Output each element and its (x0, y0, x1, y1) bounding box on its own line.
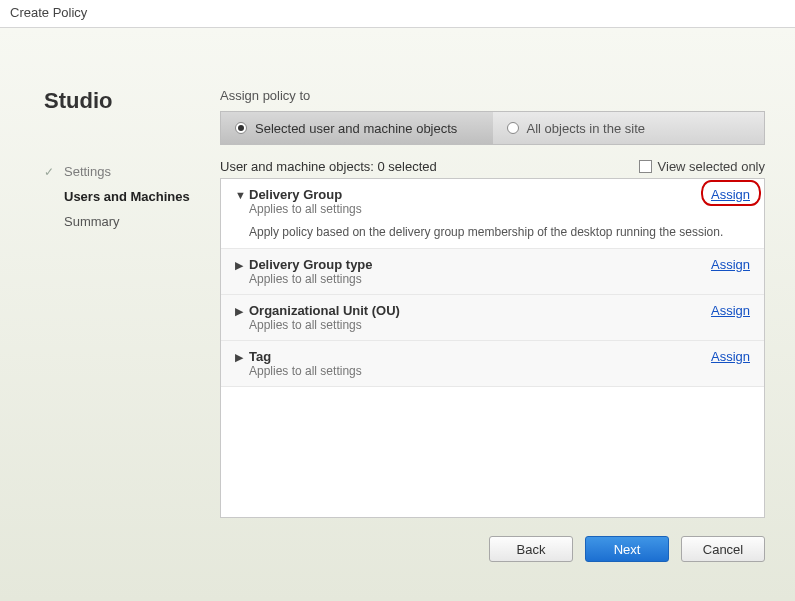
object-delivery-group-type: ▶ Delivery Group type Applies to all set… (221, 249, 764, 295)
list-header-row: User and machine objects: 0 selected Vie… (220, 159, 765, 174)
chevron-right-icon[interactable]: ▶ (235, 305, 249, 318)
object-list: ▼ Delivery Group Applies to all settings… (220, 178, 765, 518)
chevron-right-icon[interactable]: ▶ (235, 259, 249, 272)
step-label: Users and Machines (64, 189, 190, 204)
object-title: Tag (249, 349, 711, 364)
object-title: Delivery Group (249, 187, 711, 202)
brand-title: Studio (44, 88, 210, 114)
step-label: Settings (64, 164, 111, 179)
checkbox-icon (639, 160, 652, 173)
object-subtitle: Applies to all settings (249, 272, 711, 286)
scope-label: All objects in the site (527, 121, 646, 136)
assign-link[interactable]: Assign (711, 349, 750, 364)
wizard-content: Assign policy to Selected user and machi… (210, 58, 765, 581)
view-selected-only[interactable]: View selected only (639, 159, 765, 174)
check-icon: ✓ (44, 165, 58, 179)
object-organizational-unit: ▶ Organizational Unit (OU) Applies to al… (221, 295, 764, 341)
chevron-down-icon[interactable]: ▼ (235, 189, 249, 201)
object-subtitle: Applies to all settings (249, 202, 711, 216)
step-summary[interactable]: Summary (44, 214, 210, 229)
scope-selector: Selected user and machine objects All ob… (220, 111, 765, 145)
cancel-button[interactable]: Cancel (681, 536, 765, 562)
wizard-body: Studio ✓ Settings Users and Machines Sum… (0, 28, 795, 601)
view-selected-only-label: View selected only (658, 159, 765, 174)
object-delivery-group: ▼ Delivery Group Applies to all settings… (221, 179, 764, 249)
step-label: Summary (64, 214, 120, 229)
step-users-machines[interactable]: Users and Machines (44, 189, 210, 204)
assign-link[interactable]: Assign (711, 303, 750, 318)
wizard-sidebar: Studio ✓ Settings Users and Machines Sum… (30, 58, 210, 581)
assign-link[interactable]: Assign (711, 187, 750, 202)
wizard-buttons: Back Next Cancel (220, 536, 765, 562)
step-settings[interactable]: ✓ Settings (44, 164, 210, 179)
object-description: Apply policy based on the delivery group… (249, 224, 750, 240)
object-subtitle: Applies to all settings (249, 318, 711, 332)
list-header-text: User and machine objects: 0 selected (220, 159, 437, 174)
scope-label: Selected user and machine objects (255, 121, 457, 136)
next-button[interactable]: Next (585, 536, 669, 562)
back-button[interactable]: Back (489, 536, 573, 562)
section-label: Assign policy to (220, 88, 765, 103)
radio-icon (507, 122, 519, 134)
window-title: Create Policy (0, 0, 795, 28)
object-subtitle: Applies to all settings (249, 364, 711, 378)
object-title: Delivery Group type (249, 257, 711, 272)
radio-icon (235, 122, 247, 134)
scope-all-objects[interactable]: All objects in the site (493, 112, 765, 144)
chevron-right-icon[interactable]: ▶ (235, 351, 249, 364)
assign-link[interactable]: Assign (711, 257, 750, 272)
object-title: Organizational Unit (OU) (249, 303, 711, 318)
scope-selected-objects[interactable]: Selected user and machine objects (221, 112, 493, 144)
object-tag: ▶ Tag Applies to all settings Assign (221, 341, 764, 387)
